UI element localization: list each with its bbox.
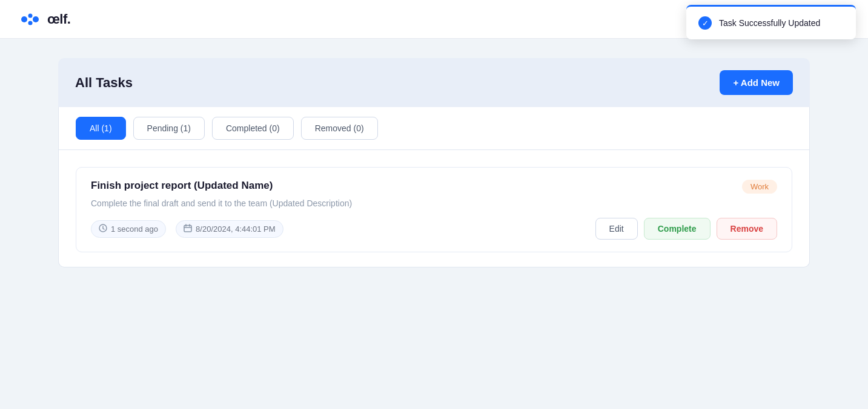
toast-check-icon: ✓: [698, 16, 712, 30]
task-title: Finish project report (Updated Name): [91, 180, 273, 192]
task-tag: Work: [742, 180, 777, 194]
toast-message: Task Successfully Updated: [719, 18, 820, 28]
svg-rect-5: [184, 225, 191, 232]
toast-notification: ✓ Task Successfully Updated: [686, 5, 856, 39]
page-title: All Tasks: [75, 75, 133, 91]
complete-button[interactable]: Complete: [644, 218, 711, 240]
filter-tabs: All (1) Pending (1) Completed (0) Remove…: [58, 107, 810, 150]
tab-removed[interactable]: Removed (0): [301, 117, 378, 140]
task-footer: 1 second ago 8/20/2024, 4:44:01 PM Ed: [91, 218, 777, 240]
logo-icon: [19, 10, 41, 29]
task-meta: 1 second ago 8/20/2024, 4:44:01 PM: [91, 220, 283, 238]
task-time-ago: 1 second ago: [91, 220, 166, 238]
main-content: All Tasks + Add New All (1) Pending (1) …: [0, 39, 868, 287]
task-due-date: 8/20/2024, 4:44:01 PM: [176, 220, 283, 238]
task-actions: Edit Complete Remove: [595, 218, 777, 240]
calendar-icon: [184, 224, 192, 234]
tab-all[interactable]: All (1): [76, 117, 126, 140]
svg-point-0: [21, 16, 27, 22]
svg-point-1: [28, 13, 33, 18]
logo-text: œlf.: [47, 11, 70, 27]
tab-completed[interactable]: Completed (0): [212, 117, 294, 140]
svg-point-3: [28, 21, 33, 25]
clock-icon: [99, 224, 107, 234]
task-list: Finish project report (Updated Name) Wor…: [58, 150, 810, 267]
svg-point-2: [33, 16, 39, 22]
remove-button[interactable]: Remove: [717, 218, 777, 240]
header: œlf. ✓ Task Successfully Updated: [0, 0, 868, 39]
tasks-header: All Tasks + Add New: [58, 58, 810, 107]
tab-pending[interactable]: Pending (1): [133, 117, 205, 140]
edit-button[interactable]: Edit: [595, 218, 638, 240]
task-description: Complete the final draft and send it to …: [91, 198, 777, 208]
task-header: Finish project report (Updated Name) Wor…: [91, 180, 777, 194]
logo: œlf.: [19, 10, 70, 29]
table-row: Finish project report (Updated Name) Wor…: [76, 167, 792, 252]
add-new-button[interactable]: + Add New: [720, 70, 793, 95]
